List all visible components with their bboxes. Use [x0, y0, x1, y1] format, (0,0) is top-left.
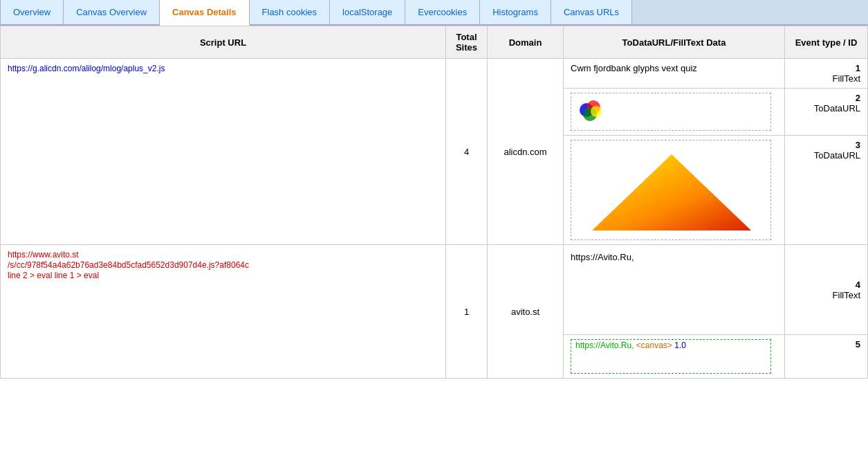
event-id-5: 5 — [856, 339, 860, 349]
total-sites-cell-avito: 1 — [446, 245, 488, 379]
col-domain: Domain — [488, 26, 564, 59]
svg-marker-4 — [592, 154, 751, 230]
col-total-sites: Total Sites — [446, 26, 488, 59]
canvas-num: 1.0 — [674, 341, 686, 350]
canvas-preview-triangle — [571, 140, 771, 240]
tab-localstorage[interactable]: localStorage — [330, 0, 405, 24]
event-type-label-3: ToDataURL — [792, 150, 860, 161]
table-row: https://g.alicdn.com/alilog/mlog/aplus_v… — [1, 59, 868, 89]
script-url-cell-avito: https://www.avito.st/s/cc/978f54a4a62b76… — [1, 245, 446, 379]
script-url-link-avito[interactable]: https://www.avito.st/s/cc/978f54a4a62b76… — [8, 250, 249, 280]
filltext-content-1: Cwm fjordbank glyphs vext quiz — [571, 63, 697, 73]
table-row: https://www.avito.st/s/cc/978f54a4a62b76… — [1, 245, 868, 335]
todata-cell-1: Cwm fjordbank glyphs vext quiz — [564, 59, 785, 89]
tab-bar: Overview Canvas Overview Canvas Details … — [0, 0, 868, 26]
tab-canvas-urls[interactable]: Canvas URLs — [551, 0, 632, 24]
tab-histograms[interactable]: Histograms — [480, 0, 551, 24]
tab-canvas-details[interactable]: Canvas Details — [160, 0, 250, 26]
col-todata: ToDataURL/FillText Data — [564, 26, 785, 59]
canvas-tag: <canvas> — [636, 341, 672, 350]
todata-cell-3 — [564, 136, 785, 245]
tab-flash-cookies[interactable]: Flash cookies — [250, 0, 330, 24]
col-script-url: Script URL — [1, 26, 446, 59]
todata-cell-5: https://Avito.Ru, <canvas> 1.0 — [564, 335, 785, 379]
tab-overview[interactable]: Overview — [0, 0, 64, 24]
canvas-avito-text: https://Avito.Ru, <canvas> 1.0 — [571, 339, 690, 353]
event-id-3: 3 — [856, 140, 860, 150]
event-type-label-4: FillText — [792, 290, 860, 300]
canvas-preview-colordots — [571, 93, 771, 131]
event-type-cell-1: 1 FillText — [785, 59, 868, 89]
event-type-cell-4: 4 FillText — [785, 245, 868, 335]
event-id-1: 1 — [856, 63, 860, 73]
event-type-cell-2: 2 ToDataURL — [785, 89, 868, 136]
todata-cell-4: https://Avito.Ru, — [564, 245, 785, 335]
domain-cell: alicdn.com — [488, 59, 564, 245]
canvas-details-table: Script URL Total Sites Domain ToDataURL/… — [0, 26, 868, 379]
event-id-4: 4 — [856, 280, 860, 290]
col-event-type: Event type / ID — [785, 26, 868, 59]
total-sites-cell: 4 — [446, 59, 488, 245]
script-url-link[interactable]: https://g.alicdn.com/alilog/mlog/aplus_v… — [8, 64, 165, 73]
event-type-cell-5: 5 — [785, 335, 868, 379]
main-table-wrapper: Script URL Total Sites Domain ToDataURL/… — [0, 26, 868, 379]
todata-cell-2 — [564, 89, 785, 136]
filltext-content-4: https://Avito.Ru, — [571, 252, 634, 262]
tab-canvas-overview[interactable]: Canvas Overview — [64, 0, 160, 24]
event-id-2: 2 — [856, 93, 860, 103]
svg-point-3 — [591, 106, 602, 117]
table-header-row: Script URL Total Sites Domain ToDataURL/… — [1, 26, 868, 59]
event-type-label-2: ToDataURL — [792, 103, 860, 114]
canvas-preview-avito: https://Avito.Ru, <canvas> 1.0 — [571, 339, 771, 374]
event-type-label-1: FillText — [792, 73, 860, 84]
domain-cell-avito: avito.st — [488, 245, 564, 379]
event-type-cell-3: 3 ToDataURL — [785, 136, 868, 245]
tab-evercookies[interactable]: Evercookies — [405, 0, 480, 24]
script-url-cell: https://g.alicdn.com/alilog/mlog/aplus_v… — [1, 59, 446, 245]
